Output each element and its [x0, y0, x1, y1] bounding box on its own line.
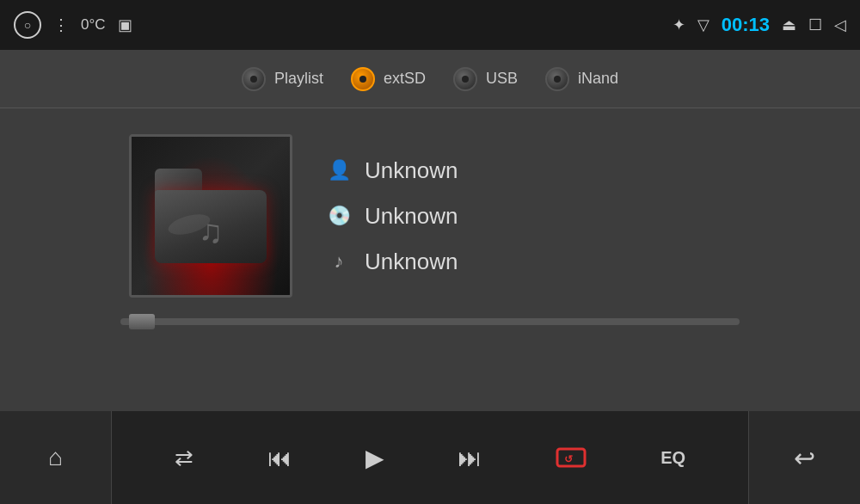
tab-label-usb: USB [486, 70, 518, 88]
prev-button[interactable]: ⏮ [261, 437, 298, 479]
tab-label-extsd: extSD [384, 70, 426, 88]
album-icon: 💿 [327, 205, 351, 227]
next-button[interactable]: ⏭ [451, 437, 488, 479]
eq-button[interactable]: EQ [654, 441, 692, 475]
tab-radio-extsd [351, 67, 375, 91]
artist-row: 👤 Unknown [327, 157, 458, 184]
tab-playlist[interactable]: Playlist [242, 67, 323, 91]
player-content: ♫ 👤 Unknown 💿 Unknown ♪ Unknown [129, 134, 731, 298]
status-bar: ○ ⋮ 0°C ▣ ✦ ▽ 00:13 ⏏ ☐ ◁ [0, 0, 860, 50]
back-icon: ↩ [787, 436, 822, 480]
square-icon: ☐ [808, 15, 822, 34]
svg-text:↺: ↺ [564, 453, 573, 465]
play-button[interactable]: ▶ [359, 437, 391, 479]
eject-icon: ⏏ [782, 15, 796, 34]
progress-bar[interactable] [120, 318, 740, 325]
status-right: ✦ ▽ 00:13 ⏏ ☐ ◁ [673, 14, 846, 36]
temperature-display: 0°C [81, 16, 106, 34]
menu-icon: ⋮ [53, 15, 69, 34]
photo-icon: ▣ [118, 15, 132, 34]
back-nav-icon: ◁ [834, 15, 846, 34]
clock-display: 00:13 [722, 14, 770, 36]
home-icon: ⌂ [41, 437, 70, 478]
home-button[interactable]: ⌂ [0, 411, 112, 504]
tab-usb[interactable]: USB [453, 67, 518, 91]
repeat-button[interactable]: ↺ [549, 439, 593, 476]
title-row: ♪ Unknown [327, 249, 458, 275]
title-value: Unknown [365, 249, 458, 275]
main-area: Playlist extSD USB iNand [0, 50, 860, 411]
tab-label-playlist: Playlist [274, 70, 323, 88]
tab-label-inand: iNand [578, 70, 618, 88]
tab-radio-usb [453, 67, 477, 91]
folder-icon: ♫ [155, 169, 267, 263]
bluetooth-icon: ✦ [673, 15, 685, 34]
player-area: ♫ 👤 Unknown 💿 Unknown ♪ Unknown [0, 108, 860, 411]
album-row: 💿 Unknown [327, 203, 458, 230]
tab-extsd[interactable]: extSD [351, 67, 426, 91]
progress-thumb[interactable] [129, 314, 155, 329]
tab-bar: Playlist extSD USB iNand [0, 50, 860, 108]
back-button[interactable]: ↩ [748, 411, 860, 504]
artist-value: Unknown [365, 157, 458, 184]
music-icon: ♪ [327, 250, 351, 273]
tab-radio-playlist [242, 67, 266, 91]
track-info: 👤 Unknown 💿 Unknown ♪ Unknown [327, 157, 458, 275]
wifi-icon: ▽ [697, 15, 710, 34]
tab-radio-inand [545, 67, 569, 91]
album-art: ♫ [129, 134, 292, 298]
album-value: Unknown [365, 203, 458, 230]
music-note-icon: ♫ [199, 213, 224, 250]
tab-inand[interactable]: iNand [545, 67, 618, 91]
playback-controls: ⇄ ⏮ ▶ ⏭ ↺ EQ [112, 411, 748, 504]
power-icon: ○ [14, 11, 41, 39]
status-left: ○ ⋮ 0°C ▣ [14, 11, 132, 39]
shuffle-button[interactable]: ⇄ [168, 438, 200, 478]
progress-track [120, 318, 740, 325]
bottom-bar: ⌂ ⇄ ⏮ ▶ ⏭ ↺ EQ ↩ [0, 411, 860, 504]
artist-icon: 👤 [327, 159, 351, 181]
